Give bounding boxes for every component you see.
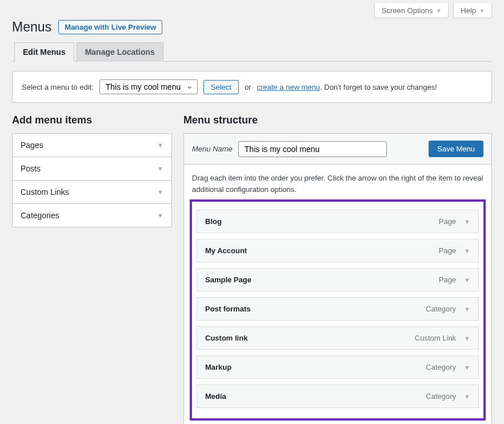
- accordion-label: Categories: [21, 211, 59, 220]
- chevron-down-icon: ▼: [157, 165, 163, 172]
- menu-item-type: Page: [439, 246, 456, 255]
- menu-item-title: Markup: [205, 363, 231, 371]
- select-menu-bar: Select a menu to edit: This is my cool m…: [12, 71, 492, 103]
- accordion-categories[interactable]: Categories ▼: [13, 204, 171, 227]
- screen-options-label: Screen Options: [382, 6, 433, 15]
- tab-edit-menus[interactable]: Edit Menus: [14, 42, 74, 62]
- menu-structure-title: Menu structure: [183, 114, 492, 126]
- menu-item[interactable]: Sample Page Page ▼: [197, 268, 479, 291]
- menu-item-type: Page: [439, 275, 456, 284]
- chevron-down-icon[interactable]: ▼: [464, 335, 470, 342]
- select-menu-label: Select a menu to edit:: [22, 83, 94, 91]
- chevron-down-icon: ▼: [157, 212, 163, 219]
- accordion-label: Posts: [21, 164, 41, 173]
- menu-item-type: Category: [426, 363, 456, 371]
- add-items-accordion: Pages ▼ Posts ▼ Custom Links ▼ Categorie…: [12, 133, 172, 227]
- chevron-down-icon: ▼: [436, 8, 441, 14]
- page-title: Menus: [12, 19, 51, 35]
- create-new-menu-link[interactable]: create a new menu: [257, 83, 320, 91]
- chevron-down-icon[interactable]: ▼: [464, 277, 470, 283]
- menu-item-title: Post formats: [205, 305, 250, 313]
- tabs: Edit Menus Manage Locations: [12, 42, 492, 62]
- accordion-custom-links[interactable]: Custom Links ▼: [13, 181, 171, 204]
- menu-name-input[interactable]: [238, 141, 387, 157]
- chevron-down-icon: ▼: [479, 8, 485, 14]
- chevron-down-icon: ▼: [157, 189, 163, 195]
- menu-item[interactable]: My Account Page ▼: [197, 239, 479, 262]
- accordion-posts[interactable]: Posts ▼: [13, 157, 171, 181]
- menu-item-title: My Account: [205, 246, 247, 255]
- drag-instructions: Drag each item into the order you prefer…: [184, 165, 491, 199]
- chevron-down-icon: ▼: [157, 142, 163, 149]
- menu-name-label: Menu Name: [192, 145, 233, 153]
- menu-item[interactable]: Custom link Custom Link ▼: [197, 326, 479, 350]
- menu-item[interactable]: Blog Page ▼: [197, 210, 479, 233]
- select-button[interactable]: Select: [203, 80, 239, 94]
- chevron-down-icon[interactable]: ▼: [464, 364, 470, 371]
- accordion-pages[interactable]: Pages ▼: [13, 134, 171, 157]
- help-label: Help: [461, 6, 476, 15]
- accordion-label: Pages: [21, 141, 43, 150]
- chevron-down-icon[interactable]: ▼: [464, 247, 470, 254]
- help-button[interactable]: Help ▼: [453, 3, 492, 18]
- reminder-text: . Don't forget to save your changes!: [320, 83, 437, 91]
- menu-item-type: Page: [439, 217, 456, 226]
- chevron-down-icon[interactable]: ▼: [464, 393, 470, 400]
- add-menu-items-title: Add menu items: [12, 114, 172, 126]
- accordion-label: Custom Links: [21, 187, 69, 197]
- menu-item-type: Category: [426, 305, 456, 313]
- menu-select[interactable]: This is my cool menu: [99, 79, 198, 94]
- screen-options-button[interactable]: Screen Options ▼: [374, 3, 449, 18]
- menu-item-title: Sample Page: [205, 275, 251, 284]
- chevron-down-icon[interactable]: ▼: [464, 306, 470, 313]
- save-menu-button[interactable]: Save Menu: [429, 141, 483, 157]
- live-preview-button[interactable]: Manage with Live Preview: [58, 20, 162, 34]
- menu-items-highlight: Blog Page ▼ My Account Page ▼ Sample Pag…: [190, 199, 486, 421]
- menu-structure-box: Menu Name Save Menu Drag each item into …: [183, 133, 492, 424]
- menu-item-title: Blog: [205, 217, 222, 226]
- menu-item[interactable]: Post formats Category ▼: [197, 297, 479, 321]
- menu-item-type: Category: [426, 392, 456, 401]
- menu-item-title: Media: [205, 392, 226, 401]
- menu-item[interactable]: Markup Category ▼: [197, 355, 479, 379]
- menu-item-type: Custom Link: [415, 334, 456, 342]
- chevron-down-icon[interactable]: ▼: [464, 218, 470, 225]
- menu-item-title: Custom link: [205, 334, 247, 342]
- tab-manage-locations[interactable]: Manage Locations: [77, 42, 163, 62]
- or-text: or: [245, 83, 251, 91]
- menu-item[interactable]: Media Category ▼: [197, 385, 479, 408]
